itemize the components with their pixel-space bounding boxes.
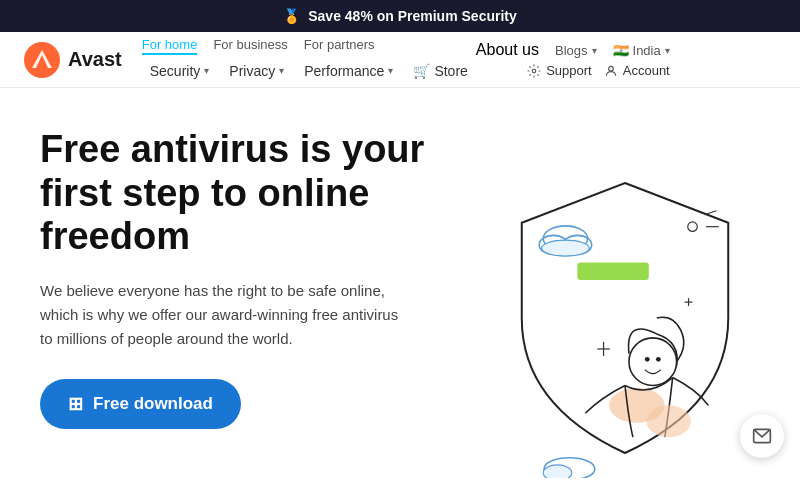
nav-blogs-dropdown[interactable]: Blogs ▾ bbox=[555, 41, 597, 59]
nav-for-business[interactable]: For business bbox=[213, 37, 287, 55]
nav-privacy-dropdown[interactable]: Privacy ▾ bbox=[221, 59, 292, 83]
chevron-down-icon: ▾ bbox=[665, 45, 670, 56]
windows-icon: ⊞ bbox=[68, 393, 83, 415]
svg-point-13 bbox=[645, 357, 650, 362]
navbar: Avast For home For business For partners… bbox=[0, 32, 800, 88]
download-button-label: Free download bbox=[93, 394, 213, 414]
svg-point-8 bbox=[688, 222, 698, 232]
banner-link[interactable]: Save 48% on Premium Security bbox=[308, 8, 517, 24]
hero-content: Free antivirus is your first step to onl… bbox=[40, 128, 490, 478]
nav-for-partners[interactable]: For partners bbox=[304, 37, 375, 55]
nav-right-top: About us Blogs ▾ 🇮🇳 India ▾ bbox=[476, 41, 670, 59]
hero-description: We believe everyone has the right to be … bbox=[40, 279, 400, 351]
nav-for-home[interactable]: For home bbox=[142, 37, 198, 55]
nav-performance-dropdown[interactable]: Performance ▾ bbox=[296, 59, 401, 83]
nav-top-links: For home For business For partners bbox=[142, 37, 476, 55]
svg-point-7 bbox=[542, 240, 590, 256]
nav-about-us[interactable]: About us bbox=[476, 41, 539, 59]
banner-icon: 🏅 bbox=[283, 8, 300, 24]
nav-bottom-links: Security ▾ Privacy ▾ Performance ▾ 🛒 Sto… bbox=[142, 59, 476, 83]
nav-links-group: For home For business For partners Secur… bbox=[142, 37, 476, 83]
nav-security-dropdown[interactable]: Security ▾ bbox=[142, 59, 218, 83]
chevron-down-icon: ▾ bbox=[204, 65, 209, 76]
mail-fab-button[interactable] bbox=[740, 414, 784, 458]
chevron-down-icon: ▾ bbox=[279, 65, 284, 76]
nav-account-button[interactable]: Account bbox=[604, 63, 670, 78]
svg-line-9 bbox=[704, 211, 716, 215]
svg-point-19 bbox=[646, 405, 690, 437]
avast-logo-icon bbox=[24, 42, 60, 78]
logo-area[interactable]: Avast bbox=[24, 42, 122, 78]
chevron-down-icon: ▾ bbox=[592, 45, 597, 56]
hero-illustration bbox=[490, 128, 760, 478]
hero-section: Free antivirus is your first step to onl… bbox=[0, 88, 800, 478]
svg-point-1 bbox=[532, 69, 536, 73]
store-icon: 🛒 bbox=[413, 63, 430, 79]
nav-region-selector[interactable]: 🇮🇳 India ▾ bbox=[613, 41, 670, 59]
nav-support-button[interactable]: Support bbox=[527, 63, 592, 78]
nav-right-section: About us Blogs ▾ 🇮🇳 India ▾ Support bbox=[476, 41, 670, 78]
promo-banner[interactable]: 🏅 Save 48% on Premium Security bbox=[0, 0, 800, 32]
svg-point-2 bbox=[608, 66, 613, 71]
logo-text: Avast bbox=[68, 48, 122, 71]
hero-title: Free antivirus is your first step to onl… bbox=[40, 128, 470, 259]
flag-icon: 🇮🇳 bbox=[613, 43, 629, 58]
gear-icon bbox=[527, 64, 541, 78]
user-icon bbox=[604, 64, 618, 78]
hero-illustration-area bbox=[490, 128, 760, 478]
nav-store-link[interactable]: 🛒 Store bbox=[405, 59, 475, 83]
svg-point-21 bbox=[543, 465, 572, 478]
free-download-button[interactable]: ⊞ Free download bbox=[40, 379, 241, 429]
svg-rect-3 bbox=[577, 262, 648, 279]
mail-icon bbox=[752, 426, 772, 446]
svg-point-14 bbox=[656, 357, 661, 362]
svg-point-12 bbox=[629, 338, 677, 386]
nav-right-bottom: Support Account bbox=[527, 63, 670, 78]
chevron-down-icon: ▾ bbox=[388, 65, 393, 76]
